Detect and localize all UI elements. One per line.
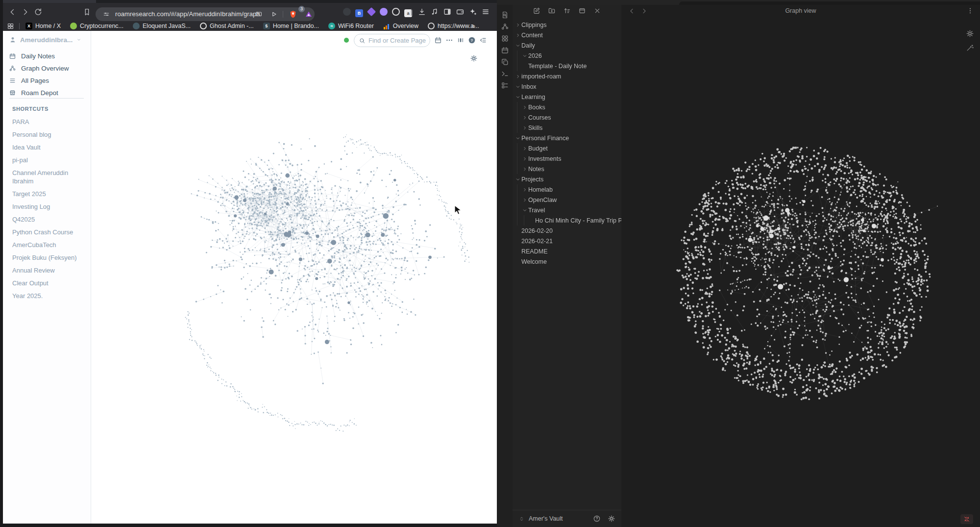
tree-item-travel[interactable]: Travel xyxy=(513,205,621,215)
open-sidebar-icon[interactable] xyxy=(479,36,487,44)
brave-shield-icon[interactable] xyxy=(289,10,297,19)
tree-item-imported-roam[interactable]: imported-roam xyxy=(513,71,621,81)
bookmarks-overflow-chevron[interactable]: » xyxy=(472,22,475,29)
roam-user-menu[interactable]: AmeruddinIbra... xyxy=(9,36,82,44)
shortcut-item[interactable]: Target 2025 xyxy=(3,187,91,200)
chevron-right-icon[interactable] xyxy=(521,197,528,203)
chevron-right-icon[interactable] xyxy=(514,32,521,39)
tree-item-welcome[interactable]: Welcome xyxy=(513,256,621,267)
send-to-device-icon[interactable] xyxy=(255,10,263,18)
chevron-down-icon[interactable] xyxy=(514,176,521,183)
bookmark-item[interactable]: Ghost Admin -... xyxy=(200,23,254,29)
tree-item-skills[interactable]: Skills xyxy=(513,123,621,133)
roam-graph[interactable] xyxy=(91,31,497,524)
bookmark-item[interactable]: Eloquent JavaS... xyxy=(133,23,191,29)
site-settings-icon[interactable] xyxy=(102,10,110,18)
tree-item-homelab[interactable]: Homelab xyxy=(513,184,621,195)
shortcut-item[interactable]: AmerCubaTech xyxy=(3,238,91,251)
more-options-icon[interactable] xyxy=(445,36,453,44)
tree-item-learning[interactable]: Learning xyxy=(513,92,621,102)
chevron-right-icon[interactable] xyxy=(521,104,528,111)
tree-item-personal-finance[interactable]: Personal Finance xyxy=(513,133,621,143)
sidebar-item-all-pages[interactable]: All Pages xyxy=(3,75,91,87)
shortcut-item[interactable]: Personal blog xyxy=(3,128,91,141)
sidebar-reader-icon[interactable] xyxy=(270,10,278,18)
kanban-icon[interactable] xyxy=(457,36,465,44)
forward-icon[interactable] xyxy=(21,7,30,17)
graph-wand-icon[interactable] xyxy=(966,44,974,52)
menu-icon[interactable] xyxy=(481,7,490,16)
chevron-right-icon[interactable] xyxy=(521,155,528,162)
help-circle-icon[interactable] xyxy=(593,515,601,523)
shortcut-item[interactable]: Clear Output xyxy=(3,276,91,289)
wallet-icon[interactable] xyxy=(456,7,465,16)
bookmark-item[interactable]: $Home | Brando... xyxy=(263,23,319,29)
help-icon[interactable] xyxy=(468,36,476,44)
graph-view-icon[interactable] xyxy=(501,23,509,31)
graph-settings-gear-icon[interactable] xyxy=(470,54,478,62)
apps-grid-icon[interactable] xyxy=(7,23,14,30)
sync-error-badge[interactable] xyxy=(960,514,973,524)
shortcut-item[interactable]: Projek Buku (Feksyen) xyxy=(3,251,91,264)
task-list-icon[interactable] xyxy=(501,81,509,90)
bookmark-item[interactable]: Cryptocurrenc... xyxy=(70,23,123,29)
shortcut-item[interactable]: Python Crash Course xyxy=(3,226,91,238)
collapse-panel-icon[interactable] xyxy=(578,7,586,15)
tree-item-content[interactable]: Content xyxy=(513,30,621,40)
shortcut-item[interactable]: Idea Vault xyxy=(3,141,91,153)
tree-item-template-daily-note[interactable]: Template - Daily Note xyxy=(513,61,621,71)
tree-item-clippings[interactable]: Clippings xyxy=(513,20,621,30)
chevron-right-icon[interactable] xyxy=(521,186,528,193)
shortcut-item[interactable]: pi-pal xyxy=(3,153,91,166)
tree-item-books[interactable]: Books xyxy=(513,102,621,112)
obsidian-extension-icon[interactable] xyxy=(368,8,375,18)
settings-gear-icon[interactable] xyxy=(608,515,615,523)
copy-paste-icon[interactable] xyxy=(501,58,509,66)
graph-view-tab[interactable] xyxy=(679,1,980,5)
chevron-right-icon[interactable] xyxy=(514,22,521,28)
reload-icon[interactable] xyxy=(33,7,43,17)
chevron-right-icon[interactable] xyxy=(521,114,528,121)
chevron-down-icon[interactable] xyxy=(514,83,521,90)
canvas-grid-icon[interactable] xyxy=(501,34,509,43)
chevron-down-icon[interactable] xyxy=(514,135,521,142)
sidebar-item-daily-notes[interactable]: Daily Notes xyxy=(3,50,91,62)
shortcut-item[interactable]: Investing Log xyxy=(3,200,91,213)
sidebar-item-roam-depot[interactable]: Roam Depot xyxy=(3,87,91,99)
chevron-down-icon[interactable] xyxy=(514,94,521,100)
brave-rewards-icon[interactable] xyxy=(304,10,313,19)
calendar-icon[interactable] xyxy=(434,36,442,44)
password-manager-extension-icon[interactable]: B xyxy=(355,8,363,18)
terminal-icon[interactable] xyxy=(501,70,509,78)
tree-item-projects[interactable]: Projects xyxy=(513,174,621,184)
tree-item-2026-02-21[interactable]: 2026-02-21 xyxy=(513,236,621,246)
graph-settings-icon[interactable] xyxy=(966,29,974,38)
tree-item-2026[interactable]: 2026 xyxy=(513,50,621,61)
dark-circle-extension-icon[interactable] xyxy=(343,8,351,18)
chevron-down-icon[interactable] xyxy=(514,42,521,49)
shortcut-item[interactable]: Channel Ameruddin Ibrahim xyxy=(3,166,91,187)
obsidian-graph-area[interactable] xyxy=(621,17,980,527)
leo-ai-icon[interactable] xyxy=(468,7,477,16)
chevron-down-icon[interactable] xyxy=(521,207,528,214)
pane-more-options-icon[interactable] xyxy=(966,7,974,15)
chevron-right-icon[interactable] xyxy=(514,73,521,80)
new-folder-icon[interactable] xyxy=(548,7,556,15)
shortcut-item[interactable]: PARA xyxy=(3,115,91,128)
chevron-right-icon[interactable] xyxy=(521,145,528,152)
chevron-right-icon[interactable] xyxy=(521,125,528,131)
tree-item-inbox[interactable]: Inbox xyxy=(513,81,621,92)
ghost-extension-icon[interactable] xyxy=(380,8,388,18)
tree-item-openclaw[interactable]: OpenClaw xyxy=(513,195,621,205)
obsidian-graph[interactable] xyxy=(621,17,980,527)
media-icon[interactable] xyxy=(430,7,439,16)
tree-item-2026-02-20[interactable]: 2026-02-20 xyxy=(513,226,621,236)
vault-updown-icon[interactable] xyxy=(518,516,525,522)
bookmark-page-icon[interactable] xyxy=(82,7,92,17)
bookmark-item[interactable]: XHome / X xyxy=(25,23,61,29)
chevron-down-icon[interactable] xyxy=(521,52,528,59)
tree-item-daily[interactable]: Daily xyxy=(513,40,621,50)
vault-name[interactable]: Amer's Vault xyxy=(529,515,563,522)
back-icon[interactable] xyxy=(8,7,17,17)
shortcut-item[interactable]: Q42025 xyxy=(3,213,91,226)
